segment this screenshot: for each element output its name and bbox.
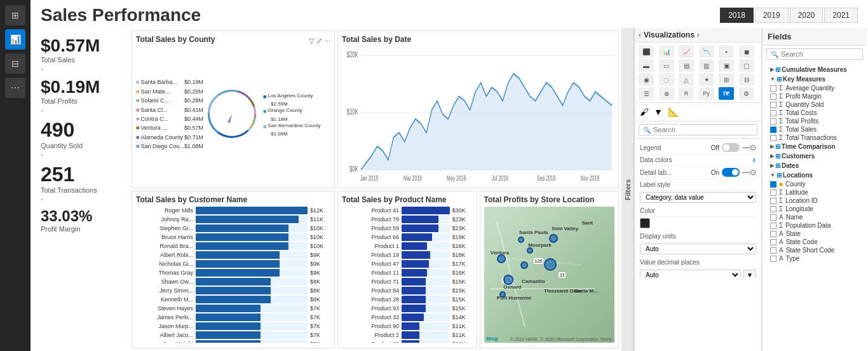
section-locations[interactable]: ▼ ⊞ Locations xyxy=(766,170,863,180)
product-bar-label: Product 11 xyxy=(342,270,399,276)
viz-icon-22[interactable]: 🗺 xyxy=(719,87,734,100)
viz-icon-0[interactable]: ⬛ xyxy=(639,45,654,58)
year-btn-2021[interactable]: 2021 xyxy=(824,8,858,23)
fields-search-input[interactable] xyxy=(781,50,867,58)
filters-strip[interactable]: Filters xyxy=(621,28,634,351)
field-item-loc-name[interactable]: A Name xyxy=(766,213,863,221)
field-item-loc-population-data[interactable]: Σ Population Data xyxy=(766,221,863,230)
prop-decimal-select[interactable]: Auto xyxy=(640,270,741,278)
viz-icon-20[interactable]: R xyxy=(679,87,694,100)
viz-search-box[interactable]: 🔍 xyxy=(639,124,757,135)
customer-bar-label: Jose Wright xyxy=(136,341,193,343)
viz-icon-11[interactable]: ▢ xyxy=(739,59,754,72)
year-btn-2018[interactable]: 2018 xyxy=(720,8,754,23)
customer-bar-label: Roger Mills xyxy=(136,207,193,214)
field-type-icon: Σ xyxy=(779,126,783,133)
field-item-loc-type[interactable]: A Type xyxy=(766,254,863,263)
analytics-icon[interactable]: 📐 xyxy=(667,106,680,118)
nav-icon-table[interactable]: ⊟ xyxy=(5,53,25,74)
viz-icon-15[interactable]: ✦ xyxy=(699,73,714,86)
field-name: State xyxy=(786,230,801,237)
section-timecomparison[interactable]: ▶ ⊞ Time Comparison xyxy=(766,142,863,151)
field-item-total-costs[interactable]: Σ Total Costs xyxy=(766,109,863,117)
detaillabels-toggle-track[interactable] xyxy=(722,168,740,177)
donut-more-icon[interactable]: ··· xyxy=(325,37,330,45)
viz-icon-21[interactable]: Py xyxy=(699,87,714,100)
field-checkbox xyxy=(770,214,776,221)
viz-icon-5[interactable]: ◼ xyxy=(739,45,754,58)
product-bar-value: $17K xyxy=(452,261,473,267)
field-item-loc-latitude[interactable]: Σ Latitude xyxy=(766,188,863,196)
viz-prev-icon[interactable]: ‹ xyxy=(639,31,641,39)
viz-icon-18[interactable]: ☰ xyxy=(639,87,654,100)
field-item-total-sales[interactable]: Σ Total Sales xyxy=(766,125,863,134)
locations-triangle: ▼ xyxy=(770,172,775,178)
field-item-profit-margin[interactable]: Σ Profit Margin xyxy=(766,92,863,100)
fields-search-box[interactable]: 🔍 xyxy=(766,48,863,60)
viz-icon-9[interactable]: ▥ xyxy=(699,59,714,72)
color-swatch[interactable] xyxy=(640,218,650,228)
legend-right-2: ■San Bernardino County xyxy=(263,122,330,131)
section-cumulative[interactable]: ▶ ⊞ Cumulative Measures xyxy=(766,65,863,74)
prop-labelstyle-select[interactable]: Category, data value xyxy=(640,192,756,203)
nav-icon-chart[interactable]: 📊 xyxy=(5,29,25,50)
year-btn-2019[interactable]: 2019 xyxy=(755,8,789,23)
map-label-santam: Santa M... xyxy=(574,288,597,294)
section-customers[interactable]: ▶ ⊞ Customers xyxy=(766,151,863,161)
field-item-loc-longitude[interactable]: Σ Longitude xyxy=(766,205,863,213)
field-item-loc-state-code[interactable]: A State Code xyxy=(766,238,863,246)
field-item-total-transactions[interactable]: Σ Total Transactions xyxy=(766,134,863,142)
viz-icon-6[interactable]: ▬ xyxy=(639,59,654,72)
section-keymeasures[interactable]: ▼ ⊞ Key Measures xyxy=(766,74,863,84)
viz-icon-12[interactable]: ◉ xyxy=(639,73,654,86)
prop-displayunits-select[interactable]: Auto xyxy=(640,244,756,254)
product-bar-fill xyxy=(402,216,438,223)
kpi-total-sales-value: $0.57M xyxy=(41,36,121,56)
viz-icon-16[interactable]: ⊞ xyxy=(719,73,734,86)
fields-panel: Fields 🔍 ▶ ⊞ Cumulative Measures ▼ xyxy=(762,28,867,351)
donut-expand-icon[interactable]: ⤢ xyxy=(316,37,322,45)
prop-decimal-decrement[interactable]: ▼ xyxy=(743,270,756,278)
viz-icon-23[interactable]: ⚙ xyxy=(739,87,754,100)
prop-decimal-label: Value decimal places xyxy=(640,259,700,266)
nav-icon-grid[interactable]: ⊞ xyxy=(5,5,25,25)
viz-icon-7[interactable]: ▭ xyxy=(659,59,674,72)
viz-icon-8[interactable]: ▤ xyxy=(679,59,694,72)
viz-search-input[interactable] xyxy=(653,126,753,134)
product-bar-label: Product 33 xyxy=(342,314,399,320)
field-item-loc-county[interactable]: ■ County xyxy=(766,180,863,188)
field-item-loc-state-short-code[interactable]: A State Short Code xyxy=(766,246,863,254)
nav-icon-more[interactable]: ⋯ xyxy=(5,78,25,98)
field-item-loc-location-id[interactable]: Σ Location ID xyxy=(766,196,863,205)
prop-displayunits-label: Display units xyxy=(640,233,676,240)
viz-icon-14[interactable]: △ xyxy=(679,73,694,86)
filter-format-icon[interactable]: ▼ xyxy=(653,106,664,118)
viz-icon-13[interactable]: ◌ xyxy=(659,73,674,86)
viz-next-icon[interactable]: › xyxy=(697,31,700,39)
customer-bar-track xyxy=(196,224,308,232)
viz-icon-2[interactable]: 📈 xyxy=(679,45,694,58)
product-bar-value: $15K xyxy=(452,305,473,312)
product-bar-value: $16K xyxy=(452,243,473,249)
field-item-total-profits[interactable]: Σ Total Profits xyxy=(766,117,863,125)
paintbrush-icon[interactable]: 🖌 xyxy=(639,106,650,118)
section-dates[interactable]: ▶ ⊞ Dates xyxy=(766,161,863,170)
viz-icon-10[interactable]: ▣ xyxy=(719,59,734,72)
viz-icon-19[interactable]: ⊕ xyxy=(659,87,674,100)
field-item-average-quantity[interactable]: Σ Average Quantity xyxy=(766,84,863,92)
field-item-loc-state[interactable]: A State xyxy=(766,230,863,238)
customer-bar-chart: Roger Mills $12K Johnny Ra... $11K Steph… xyxy=(136,207,330,343)
product-bar-label: Product 19 xyxy=(342,252,399,258)
year-btn-2020[interactable]: 2020 xyxy=(790,8,824,23)
viz-icon-3[interactable]: 📉 xyxy=(699,45,714,58)
donut-filter-icon[interactable]: ▽ xyxy=(309,37,314,45)
field-name: Average Quantity xyxy=(785,85,834,92)
field-item-quantity-sold[interactable]: Σ Quantity Sold xyxy=(766,100,863,109)
viz-icon-17[interactable]: ⊟ xyxy=(739,73,754,86)
viz-icon-1[interactable]: 📊 xyxy=(659,45,674,58)
viz-icon-4[interactable]: ▪ xyxy=(719,45,734,58)
field-name: Type xyxy=(786,255,800,262)
prop-datacolors-expand[interactable]: ∧ xyxy=(752,156,756,163)
legend-toggle-track[interactable] xyxy=(722,143,740,152)
customer-bar-row: Jason Murp... $7K xyxy=(136,322,330,330)
